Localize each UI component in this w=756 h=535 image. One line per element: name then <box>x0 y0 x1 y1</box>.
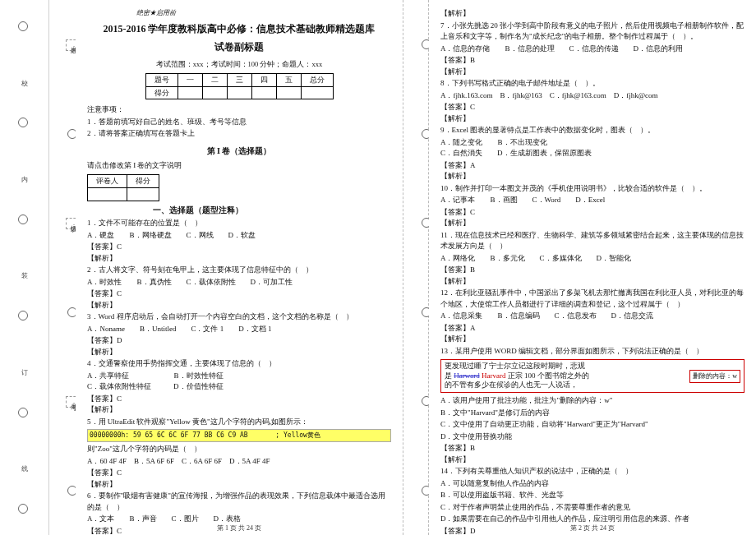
question-stem: 5．用 UltraEdit 软件观察"Yellow 黄色"这几个字符的内码,如图… <box>87 417 391 428</box>
document: 校 内 装 订 线 姓名： 班级： 考号： 绝密★启用前 2015-2016 学… <box>0 0 756 535</box>
track-balloon: 删除的内容：w <box>689 370 740 383</box>
gutter-label: 装 <box>19 266 28 268</box>
explanation: 【解析】 <box>87 253 391 265</box>
question-options: A．信息的存储 B．信息的处理 C．信息的传递 D．信息的利用 <box>440 44 744 55</box>
question-stem: 9．Excel 图表的显著特点是工作表中的数据变化时，图表（ ）。 <box>440 125 744 136</box>
question-option: D．文中使用替换功能 <box>440 431 744 443</box>
punch-hole <box>18 408 28 417</box>
question-option: A．该用户使用了批注功能，批注为"删除的内容：w" <box>440 395 744 407</box>
score-row-label: 题号 <box>145 73 177 86</box>
question-stem: 7．小张先挑选 20 张小学到高中阶段有意义的电子照片，然后使用视频电子相册制作… <box>440 21 744 43</box>
question-options: A．fjhk.163.com B．fjhk@163 C．fjhk@163.com… <box>440 90 744 102</box>
explanation: 【解析】 <box>440 334 744 345</box>
question-stem: 11．现在信息技术已经和医疗、生物科学、建筑等多领域紧密结合起来，这主要体现的信… <box>440 230 744 252</box>
explanation: 【解析】 <box>440 67 744 78</box>
punch-hole <box>18 118 28 127</box>
question-options: A．60 4F 4F B．5A 6F 6F C．6A 6F 6F D．5A 4F… <box>87 456 391 468</box>
track-line: 更发现过睡了宁士尔立记这段时期时，悲观 <box>445 362 685 371</box>
gutter-label: 订 <box>19 363 28 365</box>
question-options: A．时效性 B．真伪性 C．载体依附性 D．可加工性 <box>87 277 391 288</box>
explanation: 【解析】 <box>440 113 744 125</box>
answer: 【答案】C <box>440 207 744 219</box>
question-stem: 4．交通警察使用手势指挥交通，主要体现了信息的（ ） <box>87 358 391 370</box>
answer: 【答案】C <box>440 102 744 113</box>
center-gutter <box>403 0 429 535</box>
question-stem: 13．某用户使用 WORD 编辑文档，部分界面如图所示，下列说法正确的是（ ） <box>440 346 744 357</box>
secret-label: 绝密★启用前 <box>87 8 391 18</box>
question-stem: 14．下列有关尊重他人知识产权的说法中，正确的是（ ） <box>440 466 744 477</box>
answer: 【答案】C <box>87 394 391 405</box>
question-option: A．可以随意复制他人作品的内容 <box>440 478 744 490</box>
explanation: 【解析】 <box>440 8 744 20</box>
binding-gutter-outer: 校 内 装 订 线 <box>0 0 49 535</box>
question-options: A．随之变化 B．不出现变化 C．自然消失 D．生成新图表，保留原图表 <box>440 137 744 159</box>
score-table: 题号 一 二 三 四 五 总分 得分 <box>145 73 334 100</box>
answer: 【答案】D <box>87 335 391 347</box>
notice-item: 1．答题前填写好自己的姓名、班级、考号等信息 <box>87 117 391 128</box>
notice-item: 2．请将答案正确填写在答题卡上 <box>87 128 391 140</box>
gutter-label: 校 <box>19 74 28 76</box>
question-follow: 则"Zoo"这几个字符的内码是（ ） <box>87 444 391 455</box>
question-stem: 6．要制作"吸烟有害健康"的宣传海报，为增强作品的表现效果，下列信息载体中最适合… <box>87 491 391 513</box>
page-left: 绝密★启用前 2015-2016 学年度教科版高中必修：信息技术基础教师精选题库… <box>76 0 403 535</box>
question-stem: 8．下列书写格式正确的电子邮件地址是（ ）。 <box>440 78 744 90</box>
explanation: 【解析】 <box>87 404 391 416</box>
deleted-text: Harward <box>454 371 479 380</box>
question-options: A．信息采集 B．信息编码 C．信息发布 D．信息交流 <box>440 311 744 322</box>
page-footer: 第 1 页 共 24 页 <box>76 523 403 533</box>
score-row-label: 得分 <box>145 86 177 99</box>
question-options: A．网络化 B．多元化 C．多媒体化 D．智能化 <box>440 253 744 265</box>
answer: 【答案】C <box>87 468 391 479</box>
word-track-changes-figure: 更发现过睡了宁士尔立记这段时期时，悲观 是 Harward Harvard 正宗… <box>440 359 744 393</box>
answer: 【答案】A <box>440 160 744 172</box>
answer: 【答案】B <box>440 443 744 454</box>
question-stem: 10．制作并打印一本图文并茂的《手机使用说明书》，比较合适的软件是（ ）。 <box>440 183 744 195</box>
question-option: B．可以使用盗版书籍、软件、光盘等 <box>440 490 744 501</box>
explanation: 【解析】 <box>440 454 744 466</box>
section-instruction: 请点击修改第 I 卷的文字说明 <box>87 160 391 172</box>
answer: 【答案】B <box>440 55 744 67</box>
track-line: 是 Harward Harvard 正宗 100 个图书馆之外的 <box>445 371 685 381</box>
question-stem: 12．在利比亚骚乱事件中，中国派出了多架飞机去那忙撤离我国在利比亚人员，对利比亚… <box>440 288 744 310</box>
answer: 【答案】A <box>440 323 744 334</box>
inserted-text: Harvard <box>482 371 505 380</box>
question-option: C．文中使用了自动更正功能，自动将"Harward"更正为"Harvard" <box>440 419 744 431</box>
gutter-label: 内 <box>19 170 28 172</box>
answer: 【答案】C <box>87 242 391 253</box>
question-options: A．硬盘 B．网络硬盘 C．网线 D．软盘 <box>87 230 391 242</box>
page-right: 【解析】7．小张先挑选 20 张小学到高中阶段有意义的电子照片，然后使用视频电子… <box>429 0 756 535</box>
review-table: 评卷人得分 <box>87 174 159 201</box>
page-footer: 第 2 页 共 24 页 <box>429 523 756 533</box>
punch-hole <box>18 311 28 321</box>
exam-subtitle: 试卷副标题 <box>87 39 391 54</box>
punch-hole <box>18 504 28 514</box>
question-options: A．记事本 B．画图 C．Word D．Excel <box>440 195 744 206</box>
explanation: 【解析】 <box>440 218 744 229</box>
answer: 【答案】C <box>87 288 391 300</box>
question-type-heading: 一、选择题（题型注释） <box>153 205 391 216</box>
hex-viewer: 00000000h: 59 65 6C 6C 6F 77 BB C6 C9 AB… <box>87 429 391 442</box>
punch-hole <box>18 21 28 31</box>
explanation: 【解析】 <box>87 347 391 358</box>
gutter-label: 线 <box>19 459 28 461</box>
explanation: 【解析】 <box>87 300 391 311</box>
explanation: 【解析】 <box>440 171 744 182</box>
explanation: 【解析】 <box>440 276 744 288</box>
section-heading: 第 I 卷（选择题） <box>87 145 391 157</box>
question-options: A．Noname B．Untitled C．文件 1 D．文档 1 <box>87 324 391 335</box>
question-option: B．文中"Harvard"是修订后的内容 <box>440 408 744 419</box>
explanation: 【解析】 <box>87 479 391 491</box>
punch-hole <box>18 214 28 224</box>
question-stem: 1．文件不可能存在的位置是（ ） <box>87 218 391 229</box>
question-options: A．共享特征 B．时效性特征 C．载体依附性特征 D．价值性特征 <box>87 371 391 393</box>
answer: 【答案】B <box>440 265 744 276</box>
notice-heading: 注意事项： <box>87 104 391 116</box>
question-option: C．对于作者声明禁止使用的作品，不需要尊重作者的意见 <box>440 502 744 514</box>
exam-title: 2015-2016 学年度教科版高中必修：信息技术基础教师精选题库 <box>87 21 391 36</box>
binding-gutter-inner: 姓名： 班级： 考号： <box>49 0 76 535</box>
exam-meta: 考试范围：xxx；考试时间：100 分钟；命题人：xxx <box>87 59 391 70</box>
question-stem: 2．古人将文字、符号刻在龟甲上，这主要体现了信息特征中的（ ） <box>87 265 391 276</box>
question-stem: 3．Word 程序启动后，会自动打开一个内容空白的文档，这个文档的名称是（ ） <box>87 311 391 323</box>
track-line: 的不管有多少在候诊的人也无一人说话， <box>445 380 685 390</box>
